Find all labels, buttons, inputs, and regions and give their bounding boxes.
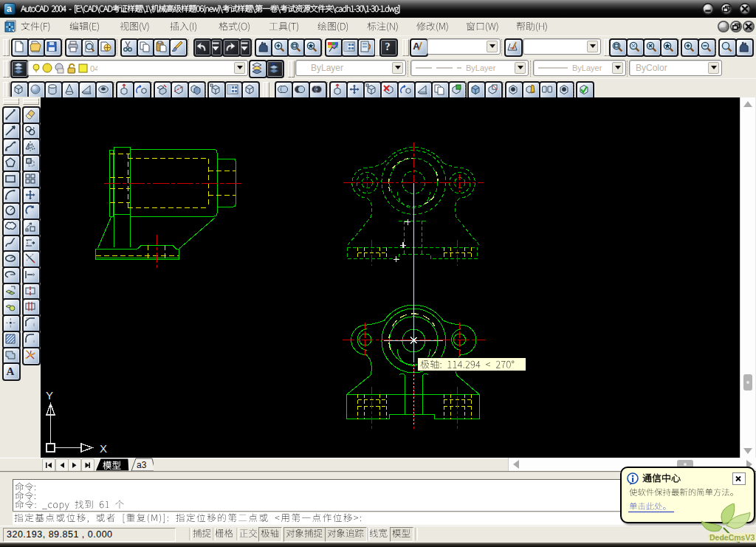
svg-text:04: 04 [90,64,97,73]
svg-text:X: X [100,442,107,455]
svg-text:ByLayer: ByLayer [466,63,496,72]
svg-text:ByLayer: ByLayer [572,63,602,72]
svg-text:Y: Y [46,389,53,402]
